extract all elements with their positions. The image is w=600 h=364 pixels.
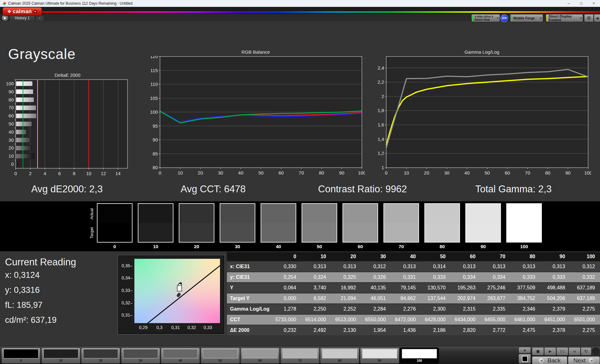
target-color [138,223,173,242]
deltae-bar-40 [16,130,27,135]
swatch-level-label: 100 [506,244,542,249]
patch-color [123,349,158,358]
axis-tick: 30 [218,170,223,175]
settings-button[interactable]: ⚙ [584,14,594,22]
swatch-level-label: 60 [342,244,378,249]
next-button[interactable]: Next » [568,356,600,364]
table-cell: 377,509 [510,283,540,293]
pattern-window-button[interactable] [518,354,531,364]
maximize-icon[interactable]: □ [575,0,588,7]
table-column-header: 30 [361,252,391,261]
close-icon[interactable]: × [588,0,600,7]
table-cell: 2,250 [301,304,331,314]
gray-swatch-100: 100 [506,203,542,249]
swatch-level-label: 90 [465,244,501,249]
gray-swatch-70: 70 [383,203,419,249]
target-color [343,223,378,242]
table-cell: 6,582 [301,293,331,304]
table-cell: 0,313 [481,261,511,272]
play-button[interactable]: ▶ [544,347,556,356]
cie-chart: 0,31–0,32–0,33–0,34–0,35–0,290,30,310,32… [118,255,224,334]
table-cell: 6428,000 [421,314,451,325]
add-tab-button[interactable]: + [35,15,44,22]
gray-swatch-90: 90 [465,203,501,249]
total-gamma-value: Total Gamma: 2,3 [475,184,552,195]
actual-color [466,204,500,223]
table-cell: 504,206 [540,293,570,304]
axis-tick: 50 [485,170,490,175]
patch-button-10[interactable]: 10 [41,347,81,364]
table-cell: 283,677 [481,293,511,304]
pattern-bar: 0102030405060708090100 ▲ ■ ▶ [·] ∞ ↻ « B… [0,346,600,364]
patch-button-80[interactable]: 80 [320,347,359,364]
patch-button-0[interactable]: 0 [1,347,41,364]
table-cell: 79,145 [391,283,421,293]
collapse-arrow-icon: ◀ [596,16,598,20]
meter-count-badge: 479 [500,14,508,22]
axis-tick: 80 [319,170,324,175]
table-row-label: Gamma Log/Log [227,304,271,314]
rgb_balance-plot: 8085909510010511011512001020304050607080… [146,56,365,178]
meter-status-stripe [472,15,473,21]
patch-button-20[interactable]: 20 [81,347,120,364]
patch-button-90[interactable]: 90 [360,347,399,364]
patch-button-60[interactable]: 60 [240,347,280,364]
patch-button-100[interactable]: 100 [400,347,439,364]
table-cell: 3,740 [301,283,331,293]
patch-button-70[interactable]: 70 [280,347,320,364]
table-cell: 2,475 [510,325,540,335]
axis-tick: 40 [8,129,14,135]
source-selector[interactable]: Mobile Forge ▾ [510,14,543,22]
patch-button-40[interactable]: 40 [161,347,200,364]
table-cell: 6461,000 [510,314,540,325]
axis-tick: 50 [8,121,14,126]
actual-color [302,204,337,223]
table-row: Gamma Log/Log1,2782,2502,2522,2842,2762,… [227,304,600,314]
table-cell: 0,232 [271,325,301,335]
display-control-selector[interactable]: Direct Display Control ▾ [546,14,583,22]
minimize-icon[interactable]: – [562,0,575,7]
table-cell: 1,278 [271,304,301,314]
cie-x-tick: 0,3 [154,325,165,330]
swatch-level-label: 70 [383,244,419,249]
cie-y-tick: 0,35– [122,263,132,268]
table-cell: 0,333 [540,272,570,283]
table-cell: 6472,000 [391,314,421,325]
page-title: Grayscale [8,46,76,62]
table-cell: 5733,000 [271,314,301,325]
deltae-bar-80 [16,97,34,102]
patch-button-50[interactable]: 50 [201,347,240,364]
axis-tick: 6 [58,171,61,176]
calman-menu-button[interactable]: ❖ calman ▼ [2,7,42,16]
table-cell: 195,263 [451,283,481,293]
cie-y-tick: 0,31– [122,312,132,317]
actual-row-label: Actual [89,204,94,223]
pattern-options-up-button[interactable]: ▲ [518,347,531,353]
patch-button-30[interactable]: 30 [121,347,160,364]
meter-selector[interactable]: X-Rite i1Pro 3 Direct View ▾ [471,14,500,22]
pattern-range-button[interactable]: [·] [556,347,568,356]
gamma-chart: Gamma Log/Log 11,21,41,61,822,22,4010203… [372,49,591,178]
table-row-label: Y [227,283,271,293]
axis-tick: 60 [505,170,510,175]
chevron-down-icon: ▾ [540,17,542,20]
deltae-bar-10 [16,154,34,159]
table-row: x: CIE310,3300,3130,3130,3120,3130,3140,… [227,261,600,272]
back-chevron-icon: « [539,358,544,363]
loop-button[interactable]: ↻ [581,347,592,356]
table-cell: 6550,000 [361,314,391,325]
axis-tick: 30 [8,137,14,143]
axis-tick: 0 [11,161,14,167]
table-cell: 498,488 [540,283,570,293]
cie-y-tick: 0,33– [122,288,132,293]
table-column-header: 0 [271,252,301,261]
collapse-panel-button[interactable]: ◀ [594,14,600,22]
table-cell: 2,276 [391,304,421,314]
back-button[interactable]: « Back [532,356,568,364]
deltae-bar-50 [16,121,32,126]
table-cell: 0,000 [271,293,301,304]
stop-button[interactable]: ■ [532,347,544,356]
continuous-button[interactable]: ∞ [568,347,581,356]
table-cell: 40,135 [361,283,391,293]
axis-tick: 90 [565,170,571,175]
